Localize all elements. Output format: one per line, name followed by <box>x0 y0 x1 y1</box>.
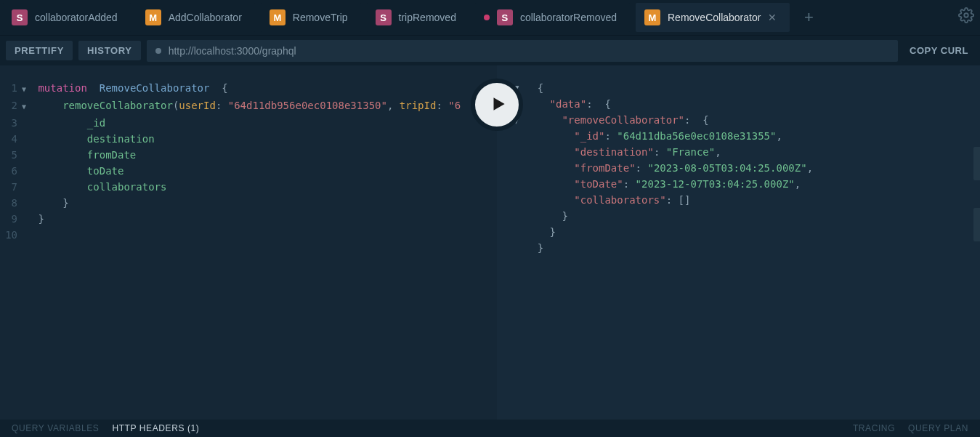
close-tab-icon[interactable]: ✕ <box>768 12 777 23</box>
tab-tripRemoved[interactable]: StripRemoved <box>367 3 469 32</box>
history-button[interactable]: HISTORY <box>78 41 141 60</box>
schema-handle-icon[interactable] <box>973 208 980 241</box>
response-pane: ▼ {▼ "data": {▼ "removeCollaborator": { … <box>497 65 980 420</box>
svg-point-0 <box>964 13 968 17</box>
endpoint-status-dot-icon <box>155 48 161 54</box>
settings-gear-icon[interactable] <box>958 7 974 25</box>
new-tab-button[interactable]: + <box>795 4 822 31</box>
footer-bar: QUERY VARIABLES HTTP HEADERS (1) TRACING… <box>0 420 980 437</box>
tab-label: RemoveCollaborator <box>668 12 761 23</box>
tab-RemoveTrip[interactable]: MRemoveTrip <box>261 3 361 32</box>
tab-label: AddCollaborator <box>169 12 242 23</box>
unsaved-dot-icon <box>484 15 490 20</box>
operation-type-badge: S <box>497 9 513 25</box>
play-icon <box>486 95 508 116</box>
copy-curl-button[interactable]: COPY CURL <box>904 41 974 60</box>
query-variables-tab[interactable]: QUERY VARIABLES <box>12 423 99 433</box>
prettify-button[interactable]: PRETTIFY <box>6 41 73 60</box>
operation-type-badge: S <box>12 9 28 25</box>
docs-handle-icon[interactable] <box>973 147 980 180</box>
operation-type-badge: M <box>644 9 660 25</box>
query-editor[interactable]: 1▼ mutation RemoveCollaborator {2▼ remov… <box>0 65 497 420</box>
endpoint-url: http://localhost:3000/graphql <box>169 45 296 57</box>
tab-RemoveCollaborator[interactable]: MRemoveCollaborator✕ <box>636 3 790 32</box>
tab-label: RemoveTrip <box>293 12 348 23</box>
tab-AddCollaborator[interactable]: MAddCollaborator <box>137 3 255 32</box>
tab-label: tripRemoved <box>399 12 456 23</box>
endpoint-input[interactable]: http://localhost:3000/graphql <box>147 40 898 62</box>
operation-type-badge: M <box>145 9 161 25</box>
tab-strip: ScollaboratorAddedMAddCollaboratorMRemov… <box>0 0 980 35</box>
operation-type-badge: S <box>376 9 392 25</box>
toolbar: PRETTIFY HISTORY http://localhost:3000/g… <box>0 35 980 65</box>
tracing-tab[interactable]: TRACING <box>853 423 895 433</box>
http-headers-tab[interactable]: HTTP HEADERS (1) <box>112 423 199 433</box>
tab-label: collaboratorAdded <box>35 12 118 23</box>
execute-button[interactable] <box>471 79 523 131</box>
tab-collaboratorRemoved[interactable]: ScollaboratorRemoved <box>475 3 630 32</box>
operation-type-badge: M <box>270 9 286 25</box>
query-plan-tab[interactable]: QUERY PLAN <box>908 423 968 433</box>
tab-collaboratorAdded[interactable]: ScollaboratorAdded <box>3 3 131 32</box>
workspace: 1▼ mutation RemoveCollaborator {2▼ remov… <box>0 65 980 420</box>
tab-label: collaboratorRemoved <box>520 12 617 23</box>
